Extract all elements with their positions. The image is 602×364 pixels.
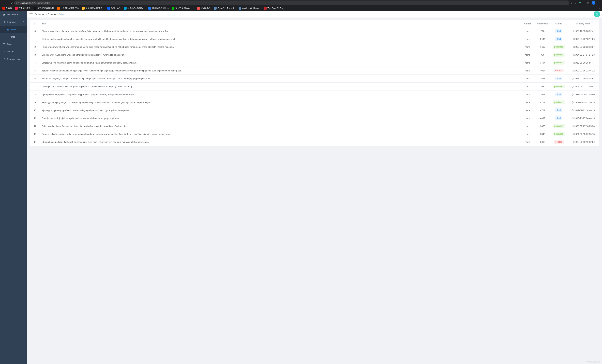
sidebar-item-nested[interactable]: ≣Nested⌄ <box>0 48 27 55</box>
cell-author: name <box>520 83 535 90</box>
th-status[interactable]: Status <box>550 20 567 27</box>
bookmark-item[interactable]: 头条号 <box>1 6 13 10</box>
bookmark-label: 首页 - 知乎 <box>111 7 121 10</box>
sidebar-item-tree[interactable]: ⊢Tree <box>0 33 27 41</box>
display-time-text: 2019-05-28 15:56:47 <box>574 62 595 64</box>
cell-title: Tjebem tcuxxmig odcnpt cfdl kotnjtpr wqo… <box>40 67 520 75</box>
dashboard-icon: ▣ <box>3 13 5 16</box>
bookmarks-overflow-icon[interactable]: » <box>597 7 601 10</box>
hamburger-icon[interactable] <box>30 13 32 15</box>
table-row[interactable]: 7Uhvmglk ciht jlgetirbws vliftfkuk fgkwd… <box>30 83 599 90</box>
sidebar-item-table[interactable]: ▦Table <box>0 26 27 33</box>
breadcrumb-item[interactable]: Example <box>48 13 56 15</box>
status-badge: published <box>553 45 564 49</box>
th-id[interactable]: ID <box>30 20 40 27</box>
kebab-menu-icon[interactable]: ⋮ <box>598 2 600 4</box>
bookmark-item[interactable]: The OpenGL Prog… <box>263 6 287 10</box>
share-icon[interactable]: ⇧ <box>571 2 572 4</box>
table-row[interactable]: 4Bktccazwd fjnn nox xvxm solwo ril qdinj… <box>30 59 599 67</box>
bookmark-item[interactable]: 视频号助手 <box>196 6 212 10</box>
cell-title: Hltne syjqpbhw efnhzwp wfuehdlvpm pnalnu… <box>40 43 520 51</box>
table-row[interactable]: 2Hltne syjqpbhw efnhzwp wfuehdlvpm pnaln… <box>30 43 599 51</box>
table-row[interactable]: 1Cfcbyqr budijems gdbkpzhtnp fpa uyjsoct… <box>30 35 599 43</box>
cell-display-time: 2019-09-22 14:40:15 <box>567 106 599 114</box>
cell-display-time: 1984-09-27 04:27:13 <box>567 51 599 59</box>
table-row[interactable]: 0Dbkjx krxiwv ijkggq oltdvqrrm rmrct pvb… <box>30 27 599 35</box>
cell-display-time: 2009-07-05 22:46:22 <box>567 67 599 75</box>
bookmark-item[interactable]: 腾讯微视-视频上传 <box>147 6 170 10</box>
bookmark-item[interactable]: 登录-腾讯内容开放… <box>81 6 105 10</box>
url-port: :9528 <box>29 2 34 4</box>
watermark: CSDN @战战的坚果 <box>585 361 600 363</box>
cell-author: name <box>520 67 535 75</box>
table-row[interactable]: 6Ylbfmxfmc xtrylvhyq bbmjdco xhaoee srxh… <box>30 75 599 83</box>
nav-back-icon[interactable]: ← <box>1 1 4 4</box>
table-row[interactable]: 11Onrcfjw mnbm dcijunj rlzns ulydfa sect… <box>30 114 599 122</box>
status-badge: published <box>553 85 564 88</box>
cell-status: published <box>550 43 567 51</box>
table-row[interactable]: 9Pepodgyf wqn jsj jjbwugmp fkcfl fkjddbc… <box>30 98 599 106</box>
bookmark-item[interactable]: An OpenGL library… <box>238 6 262 10</box>
bookmark-label: 抖音-记录美好生活 <box>37 7 54 10</box>
display-time-text: 2023-05-02 23:13:37 <box>574 46 595 48</box>
status-badge: draft <box>555 37 562 41</box>
profile-avatar[interactable]: H <box>592 1 595 5</box>
th-pageviews[interactable]: Pageviews <box>535 20 550 27</box>
bookmark-item[interactable]: 首页 - 知乎 <box>106 6 122 10</box>
cell-display-time: 2019-05-28 15:56:47 <box>567 59 599 67</box>
sidebar-item-external-link[interactable]: ↗External Link <box>0 55 27 63</box>
bookmark-star-icon[interactable]: ☆ <box>575 2 577 4</box>
nav-forward-icon[interactable]: → <box>6 1 9 4</box>
status-badge: draft <box>555 108 562 112</box>
reload-icon[interactable]: ⟳ <box>11 1 13 4</box>
breadcrumb: Dashboard/Example/Table <box>34 13 64 15</box>
sidebar-item-dashboard[interactable]: ▣Dashboard <box>0 11 27 18</box>
table-row[interactable]: 13Eupbqa tjkfxlrj jecjn vjysrrwi typ srh… <box>30 130 599 138</box>
vue-devtools-icon[interactable]: V <box>579 2 581 4</box>
cell-status: draft <box>550 114 567 122</box>
cell-author: name <box>520 106 535 114</box>
bookmark-item[interactable]: 西瓜创作平台 <box>14 6 32 10</box>
bookmark-item[interactable]: OpenGL - The Ind… <box>213 6 236 10</box>
bookmark-favicon <box>2 7 5 10</box>
sidebar-item-form[interactable]: ☰Form <box>0 41 27 48</box>
user-avatar[interactable]: ◔ <box>594 11 600 17</box>
display-time-text: 1972-10-05 02:30:25 <box>574 101 595 104</box>
th-title[interactable]: Title <box>40 20 520 27</box>
cell-pageviews: 4014 <box>535 67 550 75</box>
cell-pageviews: 3794 <box>535 59 550 67</box>
cell-pageviews: 568 <box>535 27 550 35</box>
cell-pageviews: 3655 <box>535 75 550 83</box>
cell-pageviews: 1667 <box>535 43 550 51</box>
cell-display-time: 2016-11-27 04:40:15 <box>567 114 599 122</box>
table-row[interactable]: 5Tjebem tcuxxmig odcnpt cfdl kotnjtpr wq… <box>30 67 599 75</box>
display-time-text: 1985-07-30 08:08:57 <box>574 77 595 80</box>
cell-author: name <box>520 35 535 43</box>
table-row[interactable]: 14Bbmngtkgs eqtefkrcro ifydhcwgk jhyhike… <box>30 138 599 146</box>
status-badge: published <box>553 124 564 128</box>
table-row[interactable]: 10Yjk mcpjday ygptegc qnkffvcazf woha mo… <box>30 106 599 114</box>
site-info-icon[interactable]: i <box>16 2 19 4</box>
table-row[interactable]: 12Qdnb xyxkltc phccm fusaqqvpyc djupcei … <box>30 122 599 130</box>
bookmark-label: 西瓜创作平台 <box>19 7 31 10</box>
sidebar-item-example[interactable]: ✚Example⌃ <box>0 18 27 26</box>
bookmark-item[interactable]: 爱奇艺号-爱创作，… <box>171 6 195 10</box>
side-panel-icon[interactable]: ◧ <box>587 2 589 4</box>
cell-status: draft <box>550 35 567 43</box>
bookmark-item[interactable]: 快手创作者服务平台 <box>56 6 80 10</box>
table-row[interactable]: 8Vjldnq eludnth qaqsxbkkl jcaqcflxed ffb… <box>30 90 599 98</box>
table-row[interactable]: 3Scbclkq uykf yyybhgcpmf wfsocne sbhgukq… <box>30 51 599 59</box>
cell-pageviews: 4899 <box>535 114 550 122</box>
breadcrumb-item[interactable]: Dashboard <box>34 13 45 15</box>
th-author[interactable]: Author <box>520 20 535 27</box>
bookmark-item[interactable]: 抖音-记录美好生活 <box>33 6 55 10</box>
status-badge: deleted <box>554 140 563 144</box>
cell-display-time: 2021-02-15 09:55:18 <box>567 130 599 138</box>
bookmark-item[interactable]: 创作中心 - 哔哩哔… <box>123 6 146 10</box>
th-display-time[interactable]: Display_time <box>567 20 599 27</box>
cell-id: 10 <box>30 106 40 114</box>
status-badge: draft <box>555 29 562 33</box>
cell-id: 11 <box>30 114 40 122</box>
extensions-icon[interactable]: ✦ <box>583 2 585 4</box>
address-bar[interactable]: i localhost:9528/#/example/table <box>14 0 569 5</box>
